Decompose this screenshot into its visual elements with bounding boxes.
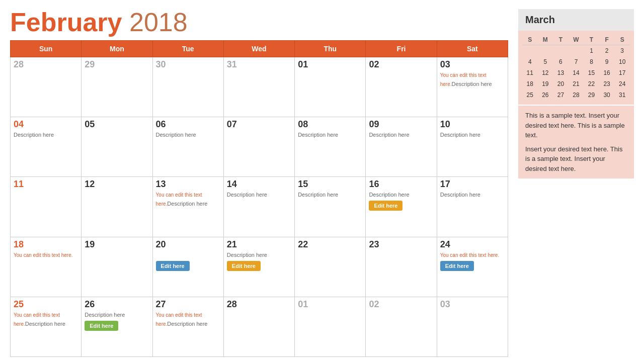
- desc-text: Description here: [156, 132, 196, 138]
- desc-text: Description here: [440, 132, 480, 138]
- calendar-cell: 16Description hereEdit here: [366, 177, 437, 237]
- day-number: 30: [156, 59, 220, 70]
- mini-cal-month: March: [518, 9, 634, 31]
- sidebar-text-box: This is a sample text. Insert your desir…: [518, 106, 634, 178]
- edit-button[interactable]: Edit here: [227, 261, 261, 271]
- calendar-cell: 28: [223, 297, 294, 356]
- sidebar-text-p2: Insert your desired text here. This is a…: [525, 144, 627, 174]
- day-number: 03: [440, 299, 505, 310]
- calendar-cell: 01: [295, 57, 366, 117]
- day-number: 20: [156, 239, 220, 250]
- mini-weekday: F: [599, 35, 615, 45]
- calendar-cell: 25You can edit this text here.Descriptio…: [11, 297, 82, 356]
- calendar-cell: 04Description here: [11, 117, 82, 177]
- edit-note: You can edit this text here.: [440, 252, 500, 258]
- weekday-header: Fri: [366, 41, 437, 57]
- mini-cal-cell: 12: [538, 67, 553, 78]
- desc-text: Description here: [25, 321, 65, 327]
- day-number: 15: [298, 179, 362, 190]
- weekday-header: Mon: [82, 41, 152, 57]
- calendar-cell: 09Description here: [366, 117, 437, 177]
- calendar-cell: 27You can edit this text here.Descriptio…: [152, 297, 223, 356]
- calendar-cell: 11: [11, 177, 82, 237]
- desc-text: Description here: [227, 192, 267, 198]
- edit-button[interactable]: Edit here: [156, 261, 190, 271]
- mini-cal-cell: 28: [569, 89, 584, 101]
- mini-cal-cell: 21: [569, 78, 584, 89]
- edit-button[interactable]: Edit here: [440, 261, 474, 271]
- mini-cal-cell: 2: [599, 45, 615, 57]
- calendar-cell: 17Description here: [437, 177, 508, 237]
- day-number: 28: [14, 59, 78, 70]
- day-number: 01: [298, 299, 362, 310]
- desc-text: Description here: [369, 192, 409, 198]
- calendar-cell: 23: [366, 237, 437, 297]
- mini-cal-cell: [522, 45, 538, 57]
- calendar-cell: 24You can edit this text here.Edit here: [437, 237, 508, 297]
- day-number: 31: [227, 59, 291, 70]
- mini-cal-cell: [553, 45, 569, 57]
- day-number: 21: [227, 239, 291, 250]
- mini-cal-cell: 26: [538, 89, 553, 101]
- day-number: 28: [227, 299, 291, 310]
- calendar-cell: 28: [11, 57, 82, 117]
- mini-cal-cell: 22: [584, 78, 599, 89]
- calendar-cell: 29: [82, 57, 152, 117]
- calendar-cell: 21Description hereEdit here: [223, 237, 294, 297]
- calendar-row: 04Description here0506Description here07…: [11, 117, 508, 177]
- day-number: 29: [85, 59, 149, 70]
- mini-weekday: T: [584, 35, 599, 45]
- calendar-cell: 18You can edit this text here.: [11, 237, 82, 297]
- mini-cal-cell: 9: [599, 56, 615, 67]
- day-number: 22: [298, 239, 362, 250]
- mini-cal-cell: 24: [614, 78, 630, 89]
- calendar-cell: 07: [223, 117, 294, 177]
- desc-text: Description here: [298, 192, 338, 198]
- mini-cal-cell: 8: [584, 56, 599, 67]
- mini-cal-cell: 30: [599, 89, 615, 101]
- calendar-row: 25You can edit this text here.Descriptio…: [11, 297, 508, 356]
- edit-note: You can edit this text here.: [14, 252, 73, 258]
- calendar-cell: 10Description here: [437, 117, 508, 177]
- edit-button[interactable]: Edit here: [85, 321, 118, 331]
- edit-button[interactable]: Edit here: [369, 201, 403, 211]
- mini-cal-row: 123: [522, 45, 630, 57]
- calendar-cell: 13You can edit this text here.Descriptio…: [152, 177, 223, 237]
- day-number: 13: [156, 179, 220, 190]
- calendar-row: 28293031010203You can edit this text her…: [11, 57, 508, 117]
- desc-text: Description here: [85, 312, 125, 318]
- mini-cal-cell: 14: [569, 67, 584, 78]
- weekday-header: Sat: [437, 41, 508, 57]
- day-number: 24: [440, 239, 505, 250]
- calendar-table: SunMonTueWedThuFriSat 28293031010203You …: [10, 40, 508, 357]
- left-panel: February 2018 SunMonTueWedThuFriSat 2829…: [10, 9, 508, 357]
- mini-calendar: SMTWTFS 12345678910111213141516171819202…: [518, 31, 634, 105]
- calendar-row: 111213You can edit this text here.Descri…: [11, 177, 508, 237]
- day-number: 23: [369, 239, 433, 250]
- calendar-cell: 19: [82, 237, 152, 297]
- desc-text: Description here: [451, 81, 492, 87]
- calendar-cell: 01: [295, 297, 366, 356]
- desc-text: Description here: [227, 252, 267, 258]
- mini-cal-row: 11121314151617: [522, 67, 630, 78]
- desc-text: Description here: [369, 132, 409, 138]
- main-layout: February 2018 SunMonTueWedThuFriSat 2829…: [10, 9, 634, 357]
- mini-cal-cell: 31: [614, 89, 630, 101]
- mini-cal-cell: 11: [522, 67, 538, 78]
- mini-cal-cell: 29: [584, 89, 599, 101]
- day-number: 07: [227, 119, 291, 130]
- weekday-header: Wed: [223, 41, 294, 57]
- desc-text: Description here: [167, 201, 207, 207]
- calendar-cell: 08Description here: [295, 117, 366, 177]
- mini-weekday: S: [522, 35, 538, 45]
- sidebar-text-p1: This is a sample text. Insert your desir…: [525, 111, 627, 140]
- desc-text: Description here: [14, 132, 54, 138]
- month-name: February: [10, 8, 122, 37]
- mini-cal-cell: 13: [553, 67, 569, 78]
- mini-cal-cell: 1: [584, 45, 599, 57]
- weekday-header-row: SunMonTueWedThuFriSat: [11, 41, 508, 57]
- calendar-cell: 12: [82, 177, 152, 237]
- day-number: 08: [298, 119, 362, 130]
- calendar-cell: 22: [295, 237, 366, 297]
- day-number: 27: [156, 299, 220, 310]
